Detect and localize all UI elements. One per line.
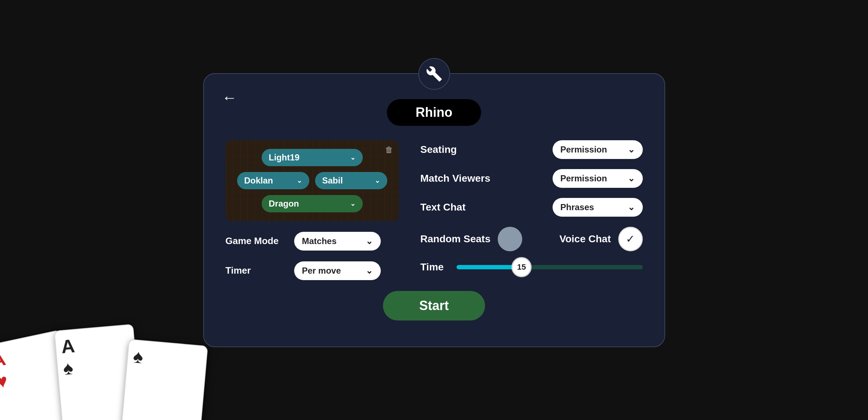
back-button[interactable]: ←	[222, 89, 237, 106]
timer-dropdown[interactable]: Per move ⌄	[294, 261, 381, 280]
time-slider-thumb[interactable]: 15	[511, 257, 532, 277]
game-mode-row: Game Mode Matches ⌄	[226, 232, 399, 251]
match-viewers-value: Permission	[561, 173, 607, 184]
random-seats-label: Random Seats	[420, 233, 491, 245]
timer-label: Timer	[226, 265, 287, 276]
main-panel: ← Rhino 🗑 Light19 ⌄ Doklan ⌄	[203, 73, 665, 347]
match-viewers-row: Match Viewers Permission ⌄	[420, 169, 643, 188]
text-chat-row: Text Chat Phrases ⌄	[420, 198, 643, 217]
chevron-light19: ⌄	[350, 154, 356, 162]
time-slider-wrapper: 15	[457, 265, 643, 269]
timer-row: Timer Per move ⌄	[226, 261, 399, 280]
game-mode-label: Game Mode	[226, 235, 287, 247]
chevron-dragon: ⌄	[350, 200, 356, 208]
wrench-svg	[426, 66, 442, 82]
back-arrow-icon: ←	[222, 89, 237, 106]
game-mode-chevron: ⌄	[366, 236, 373, 246]
player-dropdown-light19[interactable]: Light19 ⌄	[262, 149, 363, 166]
timer-chevron: ⌄	[366, 266, 373, 276]
left-section: 🗑 Light19 ⌄ Doklan ⌄ Sabil ⌄	[226, 140, 399, 280]
match-viewers-label: Match Viewers	[420, 173, 490, 184]
chevron-doklan: ⌄	[297, 177, 302, 185]
time-slider-track[interactable]: 15	[457, 265, 643, 269]
delete-button[interactable]: 🗑	[385, 145, 393, 155]
wrench-icon	[418, 58, 450, 90]
text-chat-chevron: ⌄	[628, 202, 635, 212]
player-dropdown-dragon[interactable]: Dragon ⌄	[262, 195, 363, 212]
game-mode-value: Matches	[302, 236, 337, 246]
player-panel: 🗑 Light19 ⌄ Doklan ⌄ Sabil ⌄	[226, 140, 399, 221]
card-spades2: ♠	[119, 339, 208, 420]
random-voice-row: Random Seats Voice Chat ✓	[420, 227, 643, 251]
time-value: 15	[517, 262, 526, 272]
player-name-sabil: Sabil	[322, 176, 343, 186]
random-seats-toggle[interactable]	[498, 227, 522, 251]
voice-chat-label: Voice Chat	[559, 233, 611, 245]
voice-chat-checkbox[interactable]: ✓	[618, 227, 643, 251]
content-area: 🗑 Light19 ⌄ Doklan ⌄ Sabil ⌄	[226, 140, 643, 280]
right-section: Seating Permission ⌄ Match Viewers Permi…	[420, 140, 643, 273]
player-name-light19: Light19	[269, 152, 300, 163]
start-button[interactable]: Start	[383, 291, 485, 320]
seating-chevron: ⌄	[628, 145, 635, 155]
time-row: Time 15	[420, 261, 643, 273]
voice-chat-check: ✓	[626, 233, 635, 245]
text-chat-dropdown[interactable]: Phrases ⌄	[553, 198, 643, 217]
seating-label: Seating	[420, 144, 457, 155]
panel-title: Rhino	[387, 99, 481, 126]
player-name-doklan: Doklan	[244, 176, 273, 186]
random-seats-container: Random Seats	[420, 227, 523, 251]
player-name-dragon: Dragon	[269, 199, 299, 209]
chevron-sabil: ⌄	[375, 177, 380, 185]
seating-dropdown[interactable]: Permission ⌄	[553, 140, 643, 159]
time-label: Time	[420, 261, 449, 273]
seating-row: Seating Permission ⌄	[420, 140, 643, 159]
game-mode-dropdown[interactable]: Matches ⌄	[294, 232, 381, 251]
voice-chat-container: Voice Chat ✓	[559, 227, 643, 251]
match-viewers-dropdown[interactable]: Permission ⌄	[553, 169, 643, 188]
text-chat-label: Text Chat	[420, 202, 466, 213]
seating-value: Permission	[561, 145, 607, 155]
player-dropdown-sabil[interactable]: Sabil ⌄	[315, 172, 387, 189]
player-row-middle: Doklan ⌄ Sabil ⌄	[237, 172, 387, 189]
player-dropdown-doklan[interactable]: Doklan ⌄	[237, 172, 309, 189]
timer-value: Per move	[302, 266, 341, 276]
cards-background: A♥ A♠ ♠	[0, 315, 227, 420]
match-viewers-chevron: ⌄	[628, 173, 635, 184]
text-chat-value: Phrases	[561, 202, 594, 212]
